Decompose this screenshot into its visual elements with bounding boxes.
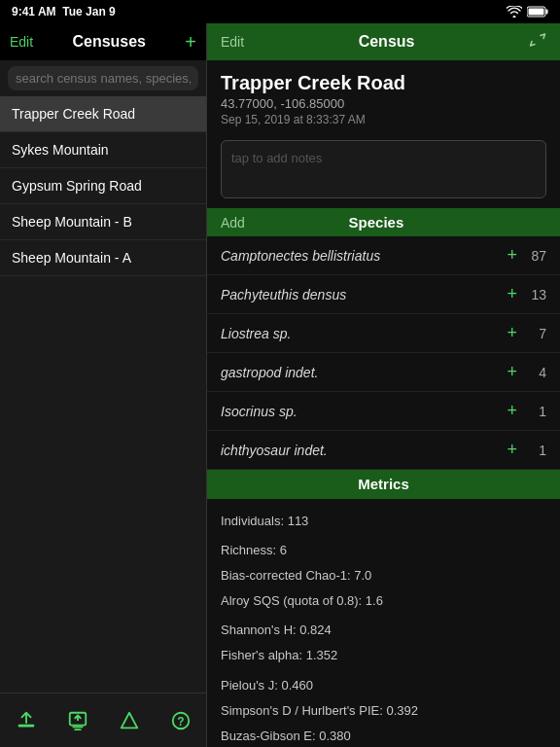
help-button[interactable]: ?	[161, 701, 200, 740]
metric-line-0: Individuals: 113	[221, 511, 546, 532]
search-input[interactable]	[8, 66, 198, 90]
species-row: Camptonectes bellistriatus + 87	[207, 236, 560, 275]
flag-button[interactable]	[110, 701, 149, 740]
species-name: ichthyosaur indet.	[221, 443, 328, 458]
sidebar-search-container	[0, 60, 206, 96]
add-species-4-button[interactable]: +	[507, 401, 517, 421]
species-section-title: Species	[349, 214, 404, 231]
svg-rect-3	[18, 724, 34, 727]
svg-rect-2	[529, 9, 544, 16]
sidebar-header: Edit Censuses +	[0, 23, 206, 60]
species-name: Pachyteuthis densus	[221, 287, 346, 302]
status-bar: 9:41 AM Tue Jan 9	[0, 0, 560, 23]
sidebar-item-trapper-creek-road[interactable]: Trapper Creek Road	[0, 96, 206, 132]
species-row: Pachyteuthis densus + 13	[207, 275, 560, 314]
record-title: Trapper Creek Road	[221, 72, 546, 94]
help-icon: ?	[170, 710, 192, 731]
export-icon	[67, 710, 88, 731]
species-name: Isocrinus sp.	[221, 404, 298, 419]
content-body[interactable]: Trapper Creek Road 43.77000, -106.85000 …	[207, 60, 560, 747]
record-header: Trapper Creek Road 43.77000, -106.85000 …	[207, 60, 560, 140]
svg-rect-6	[77, 715, 79, 721]
metrics-section-header: Metrics	[207, 470, 560, 499]
species-section-header: Add Species	[207, 208, 560, 236]
content-panel: Edit Census Trapper Creek Road 43.77000,…	[207, 23, 560, 747]
species-count-2: 7	[527, 326, 546, 341]
metric-line-1: Richness: 6	[221, 540, 546, 561]
sidebar-title: Censuses	[72, 33, 146, 51]
status-icons	[507, 6, 548, 18]
sidebar-edit-button[interactable]: Edit	[10, 34, 33, 50]
sidebar-list: Trapper Creek Road Sykes Mountain Gypsum…	[0, 96, 206, 693]
battery-icon	[527, 6, 548, 18]
metrics-title: Metrics	[358, 476, 409, 492]
metric-line-8: Buzas-Gibson E: 0.380	[221, 726, 546, 747]
content-panel-title: Census	[359, 33, 415, 51]
sidebar-item-sheep-mountain-b[interactable]: Sheep Mountain - B	[0, 204, 206, 240]
expand-icon	[529, 31, 546, 49]
add-species-1-button[interactable]: +	[507, 284, 517, 304]
sidebar-add-button[interactable]: +	[185, 32, 196, 52]
notes-box[interactable]: tap to add notes	[221, 140, 546, 198]
metric-line-4: Shannon's H: 0.824	[221, 620, 546, 641]
sidebar-item-sheep-mountain-a[interactable]: Sheep Mountain - A	[0, 240, 206, 276]
sidebar-item-sykes-mountain[interactable]: Sykes Mountain	[0, 132, 206, 168]
species-name: gastropod indet.	[221, 365, 318, 380]
species-count-5: 1	[527, 443, 546, 458]
status-time: 9:41 AM Tue Jan 9	[12, 5, 116, 18]
metric-line-7: Simpson's D / Hurlbert's PIE: 0.392	[221, 700, 546, 722]
metric-line-6: Pielou's J: 0.460	[221, 675, 546, 696]
triangle-icon	[119, 710, 140, 731]
wifi-icon	[507, 6, 522, 18]
species-count-3: 4	[527, 365, 546, 380]
metric-line-5: Fisher's alpha: 1.352	[221, 645, 546, 666]
species-row: Liostrea sp. + 7	[207, 314, 560, 353]
metric-line-2: Bias-corrected Chao-1: 7.0	[221, 565, 546, 587]
expand-button[interactable]	[529, 31, 546, 53]
species-count-4: 1	[527, 404, 546, 419]
app-container: Edit Censuses + Trapper Creek Road Sykes…	[0, 23, 560, 747]
species-row: Isocrinus sp. + 1	[207, 392, 560, 431]
add-species-3-button[interactable]: +	[507, 362, 517, 382]
upload-button[interactable]	[7, 701, 46, 740]
sidebar-toolbar: ?	[0, 693, 206, 747]
svg-rect-1	[546, 10, 548, 15]
record-coords: 43.77000, -106.85000	[221, 96, 546, 111]
add-species-5-button[interactable]: +	[507, 440, 517, 460]
add-species-2-button[interactable]: +	[507, 323, 517, 343]
add-species-0-button[interactable]: +	[507, 245, 517, 266]
upload-icon	[16, 710, 37, 731]
content-edit-button[interactable]: Edit	[221, 34, 244, 50]
export-button[interactable]	[58, 701, 97, 740]
species-name: Camptonectes bellistriatus	[221, 248, 380, 264]
species-count-1: 13	[527, 287, 546, 302]
add-species-button[interactable]: Add	[221, 215, 245, 231]
species-count-0: 87	[527, 248, 546, 264]
sidebar: Edit Censuses + Trapper Creek Road Sykes…	[0, 23, 207, 747]
species-row: gastropod indet. + 4	[207, 353, 560, 392]
metric-line-3: Alroy SQS (quota of 0.8): 1.6	[221, 590, 546, 612]
content-header: Edit Census	[207, 23, 560, 60]
svg-text:?: ?	[177, 714, 184, 728]
species-row: ichthyosaur indet. + 1	[207, 431, 560, 470]
record-date: Sep 15, 2019 at 8:33:37 AM	[221, 113, 546, 126]
species-name: Liostrea sp.	[221, 326, 291, 341]
sidebar-item-gypsum-spring-road[interactable]: Gypsum Spring Road	[0, 168, 206, 204]
metrics-body: Individuals: 113 Richness: 6 Bias-correc…	[207, 499, 560, 747]
